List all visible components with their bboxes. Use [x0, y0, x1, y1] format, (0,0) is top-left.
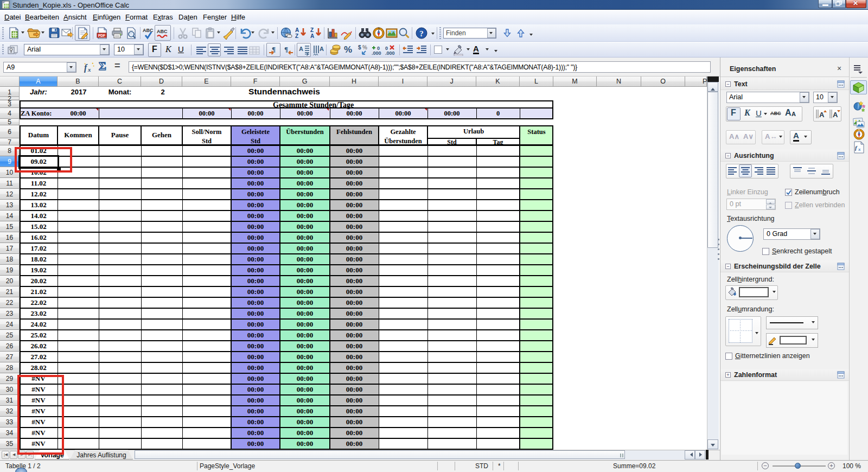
svg-text:.000: .000 — [372, 50, 381, 56]
svg-text:f: f — [84, 63, 88, 73]
svg-text:PDF: PDF — [98, 34, 105, 37]
svg-text:A: A — [299, 46, 303, 52]
svg-text:$: $ — [358, 44, 361, 50]
svg-text:N: N — [378, 27, 379, 30]
svg-text:%: % — [362, 44, 367, 50]
svg-text:A: A — [819, 111, 825, 119]
svg-text:x: x — [87, 66, 91, 73]
svg-text:A: A — [320, 46, 324, 52]
svg-text:N: N — [858, 129, 860, 131]
svg-text:A: A — [295, 27, 299, 33]
svg-text:ABC: ABC — [157, 29, 168, 34]
svg-text:A: A — [310, 33, 314, 39]
svg-text:x: x — [858, 146, 861, 152]
svg-text:?: ? — [419, 29, 424, 38]
svg-text:A: A — [833, 111, 838, 119]
svg-text:Z: Z — [310, 27, 314, 33]
svg-text:ABC: ABC — [143, 28, 154, 33]
svg-text:Z: Z — [295, 33, 298, 39]
svg-text:¶: ¶ — [284, 45, 288, 53]
svg-text:.000: .000 — [385, 50, 395, 56]
